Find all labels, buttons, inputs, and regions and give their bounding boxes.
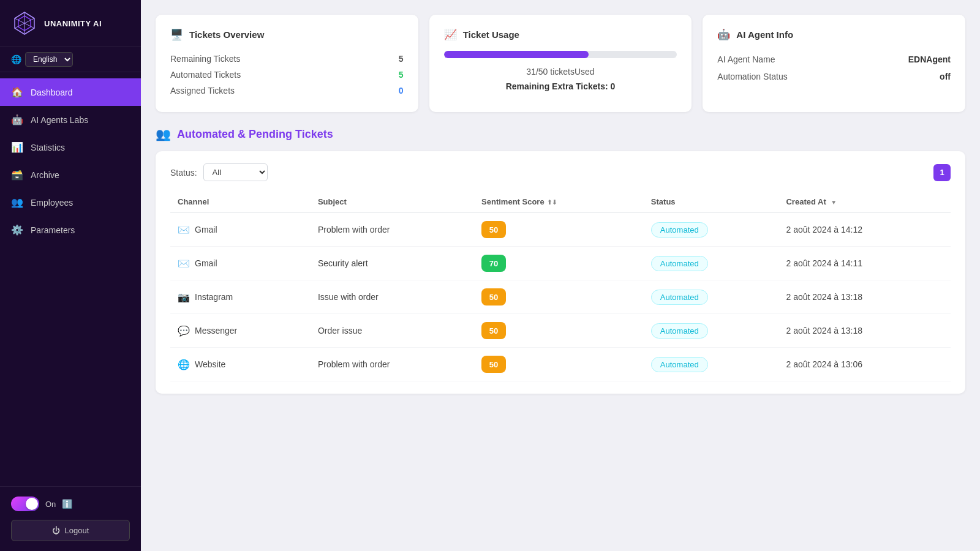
- cell-status: Automated: [644, 280, 779, 314]
- cell-status: Automated: [644, 348, 779, 381]
- cell-subject: Problem with order: [311, 348, 474, 381]
- language-select[interactable]: English French: [25, 52, 73, 67]
- language-selector[interactable]: 🌐 English French: [0, 47, 141, 72]
- cards-row: 🖥️ Tickets Overview Remaining Tickets 5A…: [156, 15, 965, 112]
- tickets-overview-icon: 🖥️: [170, 28, 183, 41]
- ticket-row: Automated Tickets 5: [170, 67, 404, 83]
- employees-icon: 👥: [11, 197, 23, 208]
- channel-name: Instagram: [195, 292, 233, 302]
- toggle-row: On ℹ️: [11, 497, 130, 511]
- sentiment-badge: 50: [481, 322, 506, 339]
- channel-icon: 🌐: [178, 359, 190, 370]
- channel-icon: ✉️: [178, 224, 190, 236]
- table-row[interactable]: 📷 Instagram Issue with order 50 Automate…: [170, 280, 951, 314]
- toggle-knob: [26, 498, 38, 510]
- brand-text: UNANIMITY AI: [44, 19, 102, 28]
- toggle-switch[interactable]: [11, 497, 39, 511]
- ticket-usage-icon: 📈: [444, 28, 457, 41]
- cell-sentiment: 70: [474, 247, 644, 280]
- cell-created-at: 2 août 2024 à 13:18: [778, 314, 951, 348]
- cell-status: Automated: [644, 314, 779, 348]
- ai-agent-info-card: 🤖 AI Agent Info AI Agent Name EDNAgent A…: [703, 15, 965, 112]
- logout-button[interactable]: ⏻ Logout: [11, 520, 130, 541]
- page-badge[interactable]: 1: [933, 164, 951, 181]
- col-subject: Subject: [311, 191, 474, 213]
- ticket-rows: Remaining Tickets 5Automated Tickets 5As…: [170, 51, 404, 99]
- sidebar-item-parameters[interactable]: ⚙️ Parameters: [0, 216, 141, 244]
- cell-sentiment: 50: [474, 314, 644, 348]
- tickets-overview-title: 🖥️ Tickets Overview: [170, 28, 404, 41]
- nav-label-employees: Employees: [31, 198, 73, 208]
- cell-sentiment: 50: [474, 213, 644, 247]
- table-row[interactable]: 💬 Messenger Order issue 50 Automated 2 a…: [170, 314, 951, 348]
- logout-icon: ⏻: [52, 526, 60, 535]
- dashboard-icon: 🏠: [11, 86, 23, 98]
- status-filter-select[interactable]: AllAutomatedPending: [203, 163, 268, 181]
- cell-subject: Security alert: [311, 247, 474, 280]
- status-badge: Automated: [651, 256, 708, 271]
- cell-channel: 📷 Instagram: [170, 280, 311, 314]
- sentiment-badge: 50: [481, 356, 506, 373]
- usage-bar-fill: [444, 51, 589, 58]
- cell-channel: ✉️ Gmail: [170, 213, 311, 247]
- channel-name: Gmail: [195, 225, 217, 234]
- table-row[interactable]: ✉️ Gmail Security alert 70 Automated 2 a…: [170, 247, 951, 280]
- sidebar-item-ai-agents-labs[interactable]: 🤖 AI Agents Labs: [0, 106, 141, 133]
- cell-created-at: 2 août 2024 à 14:11: [778, 247, 951, 280]
- pending-section-icon: 👥: [156, 127, 171, 141]
- col-channel: Channel: [170, 191, 311, 213]
- channel-name: Website: [195, 359, 225, 369]
- cell-subject: Order issue: [311, 314, 474, 348]
- sentiment-badge: 50: [481, 288, 506, 305]
- statistics-icon: 📊: [11, 141, 23, 153]
- brand-logo-icon: [11, 10, 38, 37]
- tickets-tbody: ✉️ Gmail Problem with order 50 Automated…: [170, 213, 951, 381]
- nav-label-archive: Archive: [31, 170, 59, 180]
- sidebar-logo: UNANIMITY AI: [0, 0, 141, 47]
- cell-status: Automated: [644, 213, 779, 247]
- agent-status-row: Automation Status off: [717, 68, 951, 85]
- cell-channel: ✉️ Gmail: [170, 247, 311, 280]
- ai-agent-icon: 🤖: [717, 28, 730, 41]
- col-created-at[interactable]: Created At ▼: [778, 191, 951, 213]
- status-badge: Automated: [651, 290, 708, 305]
- cell-subject: Problem with order: [311, 213, 474, 247]
- status-badge: Automated: [651, 357, 708, 372]
- logout-label: Logout: [65, 526, 89, 535]
- nav-items: 🏠 Dashboard🤖 AI Agents Labs📊 Statistics🗃…: [0, 72, 141, 486]
- usage-bar-container: [444, 51, 677, 58]
- nav-label-statistics: Statistics: [31, 143, 65, 152]
- col-sentiment[interactable]: Sentiment Score⬆⬇: [474, 191, 644, 213]
- channel-name: Messenger: [195, 326, 237, 335]
- sidebar-item-dashboard[interactable]: 🏠 Dashboard: [0, 78, 141, 106]
- ticket-usage-title: 📈 Ticket Usage: [444, 28, 677, 41]
- cell-sentiment: 50: [474, 348, 644, 381]
- sentiment-badge: 50: [481, 221, 506, 238]
- ticket-row: Remaining Tickets 5: [170, 51, 404, 67]
- cell-channel: 💬 Messenger: [170, 314, 311, 348]
- sidebar: UNANIMITY AI 🌐 English French 🏠 Dashboar…: [0, 0, 141, 551]
- ticket-row: Assigned Tickets 0: [170, 83, 404, 99]
- cell-created-at: 2 août 2024 à 13:18: [778, 280, 951, 314]
- nav-label-ai-agents-labs: AI Agents Labs: [31, 115, 88, 125]
- sidebar-item-archive[interactable]: 🗃️ Archive: [0, 161, 141, 189]
- sidebar-item-statistics[interactable]: 📊 Statistics: [0, 133, 141, 161]
- agent-name-row: AI Agent Name EDNAgent: [717, 51, 951, 68]
- sidebar-bottom: On ℹ️ ⏻ Logout: [0, 486, 141, 551]
- usage-text: 31/50 ticketsUsed: [444, 67, 677, 77]
- tickets-table: Channel Subject Sentiment Score⬆⬇ Status…: [170, 191, 951, 381]
- channel-icon: 💬: [178, 325, 190, 337]
- status-badge: Automated: [651, 222, 708, 238]
- main-content: 🖥️ Tickets Overview Remaining Tickets 5A…: [141, 0, 980, 551]
- sentiment-badge: 70: [481, 255, 506, 272]
- cell-status: Automated: [644, 247, 779, 280]
- toggle-label: On: [45, 500, 56, 509]
- table-row[interactable]: ✉️ Gmail Problem with order 50 Automated…: [170, 213, 951, 247]
- status-filter-label: Status:: [170, 168, 197, 178]
- info-icon[interactable]: ℹ️: [62, 499, 72, 509]
- sidebar-item-employees[interactable]: 👥 Employees: [0, 189, 141, 216]
- archive-icon: 🗃️: [11, 169, 23, 181]
- table-row[interactable]: 🌐 Website Problem with order 50 Automate…: [170, 348, 951, 381]
- table-header: Channel Subject Sentiment Score⬆⬇ Status…: [170, 191, 951, 213]
- col-status: Status: [644, 191, 779, 213]
